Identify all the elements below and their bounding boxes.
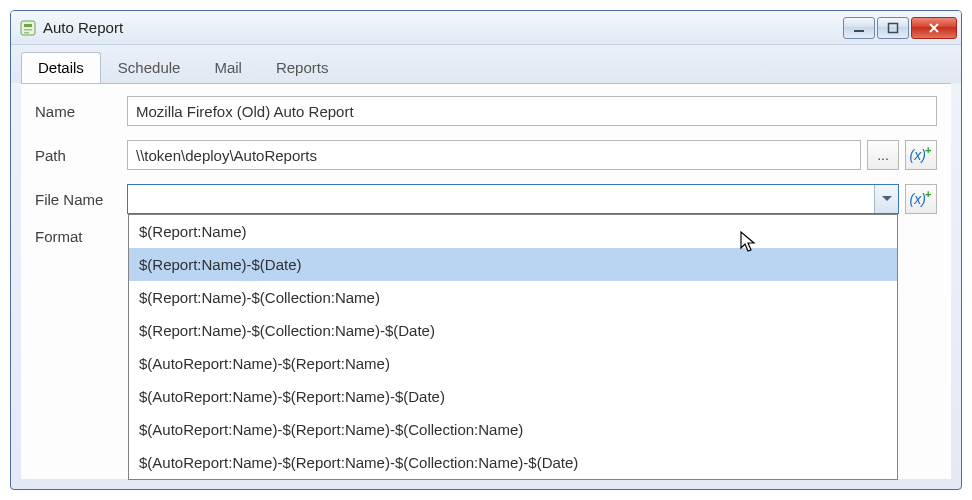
tab-mail[interactable]: Mail xyxy=(197,52,259,84)
dropdown-item[interactable]: $(AutoReport:Name)-$(Report:Name)-$(Coll… xyxy=(129,413,897,446)
dropdown-item[interactable]: $(Report:Name) xyxy=(129,215,897,248)
window: Auto Report Details Schedule Mail Report… xyxy=(10,10,962,490)
app-icon xyxy=(19,19,37,37)
svg-rect-2 xyxy=(24,29,32,31)
titlebar: Auto Report xyxy=(11,11,961,45)
file-name-value[interactable] xyxy=(128,185,874,213)
path-row: Path ... (x)+ xyxy=(35,140,937,170)
variable-icon: (x)+ xyxy=(910,191,933,207)
path-label: Path xyxy=(35,147,127,164)
browse-button[interactable]: ... xyxy=(867,140,899,170)
window-title: Auto Report xyxy=(43,19,843,36)
name-label: Name xyxy=(35,103,127,120)
window-controls xyxy=(843,17,957,39)
tab-details[interactable]: Details xyxy=(21,52,101,84)
file-name-combo[interactable]: $(Report:Name)$(Report:Name)-$(Date)$(Re… xyxy=(127,184,899,214)
tab-schedule[interactable]: Schedule xyxy=(101,52,198,84)
name-row: Name xyxy=(35,96,937,126)
minimize-button[interactable] xyxy=(843,17,875,39)
svg-rect-4 xyxy=(854,30,864,32)
tab-content: Name Path ... (x)+ File Name $(Report:Na… xyxy=(21,83,951,479)
svg-rect-3 xyxy=(24,32,29,34)
name-input[interactable] xyxy=(127,96,937,126)
dropdown-item[interactable]: $(AutoReport:Name)-$(Report:Name) xyxy=(129,347,897,380)
dropdown-item[interactable]: $(AutoReport:Name)-$(Report:Name)-$(Date… xyxy=(129,380,897,413)
tab-strip: Details Schedule Mail Reports xyxy=(11,45,961,83)
tab-reports[interactable]: Reports xyxy=(259,52,346,84)
file-name-label: File Name xyxy=(35,191,127,208)
svg-rect-1 xyxy=(24,24,32,27)
insert-variable-filename-button[interactable]: (x)+ xyxy=(905,184,937,214)
variable-icon: (x)+ xyxy=(910,147,933,163)
path-input[interactable] xyxy=(127,140,861,170)
file-name-dropdown: $(Report:Name)$(Report:Name)-$(Date)$(Re… xyxy=(128,214,898,480)
dropdown-item[interactable]: $(Report:Name)-$(Collection:Name) xyxy=(129,281,897,314)
insert-variable-path-button[interactable]: (x)+ xyxy=(905,140,937,170)
file-name-row: File Name $(Report:Name)$(Report:Name)-$… xyxy=(35,184,937,214)
maximize-button[interactable] xyxy=(877,17,909,39)
svg-rect-5 xyxy=(889,23,898,32)
dropdown-item[interactable]: $(Report:Name)-$(Collection:Name)-$(Date… xyxy=(129,314,897,347)
dropdown-item[interactable]: $(AutoReport:Name)-$(Report:Name)-$(Coll… xyxy=(129,446,897,479)
chevron-down-icon[interactable] xyxy=(874,185,898,213)
dropdown-item[interactable]: $(Report:Name)-$(Date) xyxy=(129,248,897,281)
close-button[interactable] xyxy=(911,17,957,39)
format-label: Format xyxy=(35,228,127,245)
